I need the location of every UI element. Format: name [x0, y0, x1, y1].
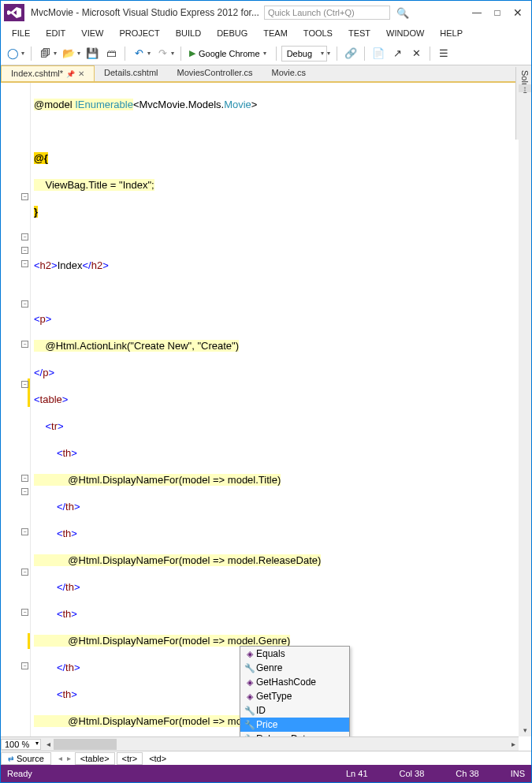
tool-btn-3[interactable]: ✕	[407, 45, 425, 62]
menu-tools[interactable]: TOOLS	[296, 26, 340, 40]
fold-icon[interactable]: −	[21, 341, 28, 348]
fold-icon[interactable]: −	[21, 609, 28, 616]
maximize-button[interactable]: □	[487, 5, 508, 21]
intellisense-label: Equals	[256, 648, 285, 659]
tab-bar: Index.cshtml*📌✕ Details.cshtml MoviesCon…	[1, 65, 531, 83]
split-icon[interactable]: ↕	[519, 84, 531, 92]
property-icon: 🔧	[244, 663, 256, 673]
tab-close-icon[interactable]: ✕	[78, 69, 84, 78]
fold-icon[interactable]: −	[21, 300, 28, 308]
intellisense-label: ID	[256, 705, 266, 716]
menu-help[interactable]: HELP	[432, 26, 471, 40]
horizontal-scrollbar[interactable]	[54, 738, 508, 751]
intellisense-label: Price	[256, 719, 277, 730]
run-dropdown-icon[interactable]: ▾	[263, 50, 266, 57]
breadcrumb-tr[interactable]: <tr>	[117, 752, 143, 765]
method-icon: ◈	[244, 649, 256, 659]
scroll-thumb[interactable]	[54, 739, 117, 750]
open-dropdown-icon[interactable]: ▾	[77, 50, 80, 57]
fold-icon[interactable]: −	[21, 528, 28, 535]
tab-label: Movie.cs	[271, 68, 305, 77]
zoom-bar: 100 % ◂ ▸	[1, 736, 519, 751]
redo-dropdown-icon[interactable]: ▾	[171, 50, 174, 57]
search-icon[interactable]: 🔍	[396, 7, 409, 19]
intellisense-item-selected[interactable]: 🔧Price	[240, 718, 349, 732]
play-icon: ▶	[189, 48, 195, 58]
tab-label: Index.cshtml*	[11, 69, 63, 78]
vertical-scrollbar[interactable]: ↕ ▴ ▾	[519, 84, 531, 736]
method-icon: ◈	[244, 692, 256, 702]
breadcrumb-table[interactable]: <table>	[75, 752, 115, 765]
fold-icon[interactable]: −	[21, 260, 28, 267]
menu-view[interactable]: VIEW	[73, 26, 111, 40]
back-button[interactable]: ◯	[4, 45, 21, 62]
undo-button[interactable]: ↶	[130, 45, 147, 62]
bottom-tabs: ⇄Source ◂ ▸ <table> <tr> <td>	[1, 751, 531, 765]
back-dropdown-icon[interactable]: ▾	[21, 50, 24, 57]
intellisense-item[interactable]: ◈Equals	[240, 647, 349, 661]
menu-test[interactable]: TEST	[340, 26, 378, 40]
menu-team[interactable]: TEAM	[255, 26, 296, 40]
save-all-button[interactable]: 🗃	[102, 45, 120, 62]
fold-icon[interactable]: −	[21, 488, 28, 495]
gutter: − − − − − − − − − − − − −	[1, 83, 31, 762]
statusbar: Ready Ln 41 Col 38 Ch 38 INS	[1, 765, 531, 782]
status-col: Col 38	[400, 769, 425, 778]
menu-window[interactable]: WINDOW	[378, 26, 432, 40]
fold-icon[interactable]: −	[21, 475, 28, 482]
change-marker	[28, 633, 30, 649]
menubar: FILE EDIT VIEW PROJECT BUILD DEBUG TEAM …	[1, 24, 531, 42]
menu-edit[interactable]: EDIT	[38, 26, 73, 40]
tab-movie[interactable]: Movie.cs	[262, 65, 314, 81]
fold-icon[interactable]: −	[21, 193, 28, 200]
breadcrumb-nav-left[interactable]: ◂	[56, 754, 65, 762]
fold-icon[interactable]: −	[21, 381, 28, 388]
open-button[interactable]: 📂	[60, 45, 77, 62]
menu-file[interactable]: FILE	[4, 26, 38, 40]
source-tab-label: Source	[17, 754, 44, 763]
breadcrumb-td[interactable]: <td>	[144, 753, 171, 764]
new-item-button[interactable]: 🗐	[36, 45, 54, 62]
intellisense-item[interactable]: ◈GetHashCode	[240, 675, 349, 689]
tool-btn-4[interactable]: ☰	[435, 45, 452, 62]
intellisense-item[interactable]: 🔧ID	[240, 703, 349, 718]
intellisense-item[interactable]: ◈GetType	[240, 689, 349, 703]
redo-button[interactable]: ↷	[154, 45, 171, 62]
zoom-select[interactable]: 100 %	[1, 739, 41, 750]
arrows-icon: ⇄	[8, 755, 14, 762]
tab-controller[interactable]: MoviesController.cs	[168, 65, 262, 81]
method-icon: ◈	[244, 677, 256, 688]
minimize-button[interactable]: —	[467, 5, 487, 21]
tab-details[interactable]: Details.cshtml	[95, 65, 167, 81]
fold-icon[interactable]: −	[21, 247, 28, 254]
zoom-label: 100 %	[5, 740, 29, 749]
tool-btn-1[interactable]: 📄	[370, 45, 387, 62]
pin-icon[interactable]: 📌	[66, 70, 75, 78]
intellisense-item[interactable]: 🔧Genre	[240, 661, 349, 675]
fold-icon[interactable]: −	[21, 569, 28, 576]
config-select[interactable]: Debug	[281, 46, 327, 62]
scroll-down-icon[interactable]: ▾	[519, 724, 531, 736]
scroll-right-icon[interactable]: ▸	[508, 740, 519, 748]
source-tab[interactable]: ⇄Source	[1, 752, 51, 765]
browser-link-button[interactable]: 🔗	[342, 45, 359, 62]
config-dropdown-icon[interactable]: ▾	[327, 50, 330, 57]
fold-icon[interactable]: −	[21, 662, 28, 669]
new-dropdown-icon[interactable]: ▾	[54, 50, 57, 57]
close-button[interactable]: ✕	[508, 5, 528, 21]
intellisense-label: Genre	[256, 662, 282, 673]
menu-build[interactable]: BUILD	[168, 26, 209, 40]
save-button[interactable]: 💾	[84, 45, 101, 62]
tool-btn-2[interactable]: ↗	[389, 45, 406, 62]
fold-icon[interactable]: −	[21, 233, 28, 240]
tab-index[interactable]: Index.cshtml*📌✕	[1, 65, 95, 81]
menu-project[interactable]: PROJECT	[111, 26, 167, 40]
quick-launch-input[interactable]: Quick Launch (Ctrl+Q)	[264, 6, 390, 20]
run-button[interactable]: ▶Google Chrome▾	[186, 45, 271, 62]
breadcrumb-nav-right[interactable]: ▸	[65, 754, 73, 762]
scroll-left-icon[interactable]: ◂	[43, 740, 54, 748]
status-ins: INS	[511, 769, 525, 778]
undo-dropdown-icon[interactable]: ▾	[147, 50, 151, 57]
menu-debug[interactable]: DEBUG	[209, 26, 255, 40]
status-ready: Ready	[7, 769, 32, 778]
